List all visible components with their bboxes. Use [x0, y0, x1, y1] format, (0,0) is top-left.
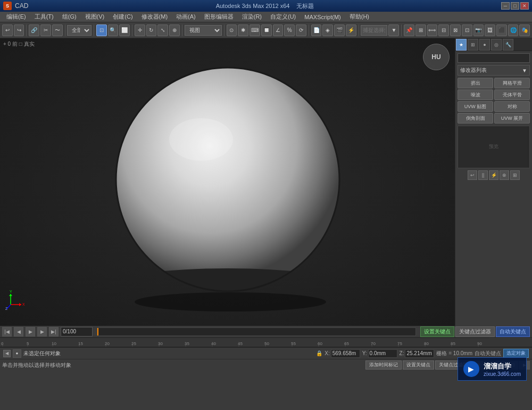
meshsmooth-button[interactable]: 网格平滑 — [494, 78, 530, 88]
redo-button[interactable]: ↪ — [14, 24, 24, 36]
render-btn2[interactable]: ⬛ — [496, 24, 507, 36]
material-editor[interactable]: ◈ — [322, 24, 333, 36]
timeline-ruler: 0 5 10 15 20 25 30 35 40 45 50 55 60 — [0, 338, 532, 347]
menu-view[interactable]: 视图(V) — [81, 12, 109, 22]
search-button[interactable]: ▼ — [388, 24, 399, 36]
undo-button[interactable]: ↩ — [2, 24, 13, 36]
select-by-name-button[interactable]: 🔍 — [108, 24, 119, 36]
key-filter-button[interactable]: 关键点过滤器 — [455, 326, 495, 337]
spacing-tool[interactable]: ⊠ — [450, 24, 461, 36]
modifier-preview: 预览 — [458, 126, 530, 168]
separator — [309, 24, 309, 36]
y-value[interactable]: 0.0mm — [368, 349, 397, 358]
remove-modifier-button[interactable]: ⊗ — [500, 170, 509, 180]
unlink-button[interactable]: ✂ — [40, 24, 51, 36]
use-pivot-point[interactable]: ⊙ — [227, 24, 237, 36]
rpanel-tab-hierarchy[interactable]: ⊞ — [468, 39, 478, 51]
menu-modifier[interactable]: 修改器(M) — [137, 12, 172, 22]
menu-graph-editor[interactable]: 图形编辑器 — [200, 12, 238, 22]
go-to-end-button[interactable]: ▶| — [49, 327, 59, 337]
quick-render[interactable]: ⚡ — [346, 24, 356, 36]
modifier-list-dropdown[interactable]: 修改器列表 ▼ — [458, 65, 530, 76]
instruction-label: 单击并拖动以选择并移动对象 — [2, 362, 365, 369]
clone-align[interactable]: ⊡ — [462, 24, 472, 36]
menu-help[interactable]: 帮助(H) — [345, 12, 373, 22]
pin-stack-button[interactable]: ↩ — [468, 170, 477, 180]
set-key-bottom-btn[interactable]: 设置关键点 — [403, 360, 434, 370]
track-arrow-left[interactable]: ◀ — [3, 350, 11, 357]
bind-space-warp[interactable]: 〜 — [52, 24, 63, 36]
z-value[interactable]: 25.214mm — [405, 349, 434, 358]
timeline-scrubber[interactable] — [97, 327, 416, 336]
set-key-button[interactable]: 设置关键点 — [420, 326, 454, 337]
array-button[interactable]: ⊟ — [438, 24, 449, 36]
select-move-button[interactable]: ✛ — [135, 24, 145, 36]
current-frame-display: 0 / 100 — [61, 327, 93, 337]
bevel-profile-button[interactable]: 倒角剖面 — [458, 113, 493, 124]
menu-edit[interactable]: 编辑(E) — [2, 12, 30, 22]
configure-button[interactable]: ⊞ — [510, 170, 520, 180]
pin-button[interactable]: 📌 — [404, 24, 414, 36]
menu-maxscript[interactable]: MAXScript(M) — [300, 13, 345, 21]
rpanel-tab-motion[interactable]: ● — [479, 39, 490, 51]
render-effects[interactable]: 🎭 — [519, 24, 530, 36]
x-value[interactable]: 569.658m — [331, 349, 360, 358]
select-and-manipulate[interactable]: ✱ — [238, 24, 248, 36]
spinner-snap[interactable]: ⟳ — [296, 24, 306, 36]
select-manipulate-button[interactable]: ⊕ — [169, 24, 180, 36]
uvwmap-button[interactable]: UVW 贴图 — [458, 101, 493, 112]
camera-btn[interactable]: 📷 — [473, 24, 484, 36]
angle-snap[interactable]: ∠ — [273, 24, 284, 36]
layer-manager[interactable]: 📄 — [311, 24, 322, 36]
uvw-unwrap-button[interactable]: UVW 展开 — [494, 113, 530, 124]
symmetry-button[interactable]: 对称 — [494, 101, 530, 112]
next-frame-button[interactable]: ▶ — [37, 327, 47, 337]
menu-render[interactable]: 渲染(R) — [238, 12, 266, 22]
render-type[interactable]: 🖼 — [485, 24, 495, 36]
search-input[interactable] — [361, 25, 387, 36]
track-play-btn[interactable]: ● — [13, 349, 21, 358]
rpanel-tab-modify[interactable]: ★ — [456, 39, 467, 51]
shell-button[interactable]: 壳体平骨 — [494, 89, 530, 100]
play-button[interactable]: ▶ — [26, 327, 35, 337]
close-button[interactable]: ✕ — [520, 2, 529, 10]
snaps-toggle[interactable]: 🔲 — [261, 24, 272, 36]
selection-filter[interactable]: 全部 — [67, 25, 91, 36]
select-scale-button[interactable]: ⤡ — [157, 24, 168, 36]
maximize-button[interactable]: □ — [511, 2, 519, 10]
select-rotate-button[interactable]: ↻ — [146, 24, 157, 36]
modifier-search-input[interactable] — [458, 53, 530, 63]
svg-text:90: 90 — [477, 341, 482, 346]
align-button[interactable]: ⊞ — [415, 24, 426, 36]
menu-tools[interactable]: 工具(T) — [30, 12, 58, 22]
show-end-button[interactable]: || — [478, 170, 488, 180]
view-mode-select[interactable]: 视图 — [185, 25, 222, 36]
render-env[interactable]: 🌐 — [508, 24, 519, 36]
prev-frame-button[interactable]: ◀ — [14, 327, 23, 337]
noise-button[interactable]: 噪波 — [458, 89, 493, 100]
mirror-button[interactable]: ⟺ — [427, 24, 438, 36]
rpanel-tab-utilities[interactable]: 🔧 — [503, 39, 513, 51]
select-object-btn[interactable]: 选定对象 — [503, 349, 529, 358]
add-time-label-btn[interactable]: 添加时间标记 — [365, 360, 402, 370]
percent-snap[interactable]: % — [284, 24, 295, 36]
make-unique-button[interactable]: ⚡ — [489, 170, 498, 180]
extrude-button[interactable]: 挤出 — [458, 78, 493, 88]
viewport[interactable]: + 0 前 □ 真实 HU — [0, 38, 455, 326]
viewport-nav[interactable]: HU — [423, 44, 450, 70]
menu-create[interactable]: 创建(C) — [109, 12, 137, 22]
menu-group[interactable]: 组(G) — [58, 12, 81, 22]
svg-text:80: 80 — [424, 341, 429, 346]
minimize-button[interactable]: ─ — [501, 2, 510, 10]
rect-select-button[interactable]: ⬜ — [119, 24, 130, 36]
select-object-button[interactable]: ⊡ — [96, 24, 107, 36]
keyboard-shortcut-override[interactable]: ⌨ — [250, 24, 260, 36]
menu-animation[interactable]: 动画(A) — [172, 12, 200, 22]
render-scene[interactable]: 🎬 — [334, 24, 345, 36]
go-to-start-button[interactable]: |◀ — [2, 327, 12, 337]
z-coord-field: Z: 25.214mm — [400, 349, 435, 358]
select-link-button[interactable]: 🔗 — [29, 24, 39, 36]
auto-key-button[interactable]: 自动关键点 — [496, 326, 530, 337]
rpanel-tab-display[interactable]: ◎ — [491, 39, 502, 51]
menu-customize[interactable]: 自定义(U) — [266, 12, 300, 22]
